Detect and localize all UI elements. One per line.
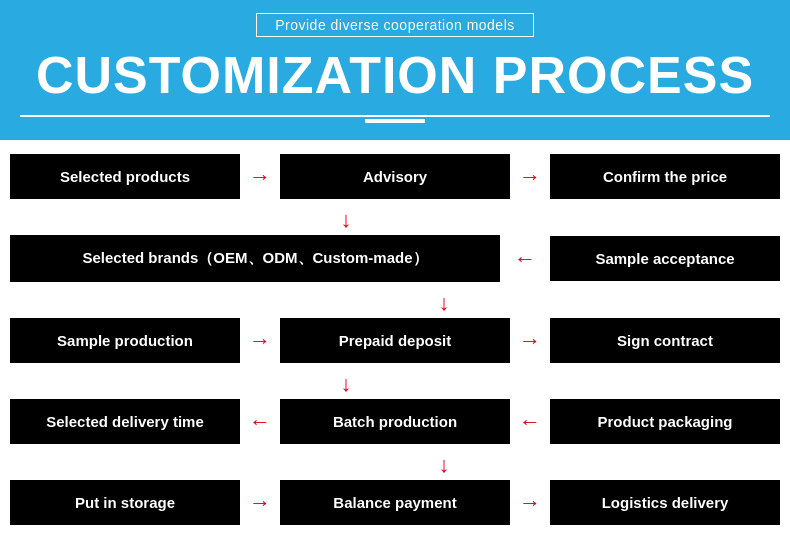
box-batch-production: Batch production	[280, 399, 510, 444]
box-logistics-delivery: Logistics delivery	[550, 480, 780, 525]
row-1: Selected products Advisory Confirm the p…	[10, 154, 780, 199]
main-title: CUSTOMIZATION PROCESS	[36, 45, 754, 105]
row-2: Selected brands（OEM、ODM、Custom-made） Sam…	[10, 235, 780, 282]
box-sample-production: Sample production	[10, 318, 240, 363]
box-advisory: Advisory	[280, 154, 510, 199]
box-selected-products: Selected products	[10, 154, 240, 199]
subtitle: Provide diverse cooperation models	[256, 13, 534, 37]
box-selected-delivery: Selected delivery time	[10, 399, 240, 444]
arrow-right-3b	[513, 328, 547, 354]
row-4: Selected delivery time Batch production …	[10, 399, 780, 444]
header: Provide diverse cooperation models CUSTO…	[0, 0, 790, 140]
arrow-down-3r	[341, 373, 352, 395]
arrow-right-5a	[243, 490, 277, 516]
box-selected-brands: Selected brands（OEM、ODM、Custom-made）	[10, 235, 500, 282]
box-sample-acceptance: Sample acceptance	[550, 236, 780, 281]
arrow-down-2l	[439, 292, 450, 314]
arrow-right-1a	[243, 164, 277, 190]
box-confirm-price: Confirm the price	[550, 154, 780, 199]
content: Selected products Advisory Confirm the p…	[0, 140, 790, 545]
arrow-left-2	[508, 246, 542, 272]
arrow-left-4b	[513, 409, 547, 435]
box-put-in-storage: Put in storage	[10, 480, 240, 525]
arrow-left-4a	[243, 409, 277, 435]
arrow-right-1b	[513, 164, 547, 190]
box-prepaid-deposit: Prepaid deposit	[280, 318, 510, 363]
arrow-down-1r	[341, 209, 352, 231]
box-product-packaging: Product packaging	[550, 399, 780, 444]
row-3: Sample production Prepaid deposit Sign c…	[10, 318, 780, 363]
box-balance-payment: Balance payment	[280, 480, 510, 525]
box-sign-contract: Sign contract	[550, 318, 780, 363]
arrow-down-4l	[439, 454, 450, 476]
arrow-right-5b	[513, 490, 547, 516]
arrow-right-3a	[243, 328, 277, 354]
row-5: Put in storage Balance payment Logistics…	[10, 480, 780, 525]
